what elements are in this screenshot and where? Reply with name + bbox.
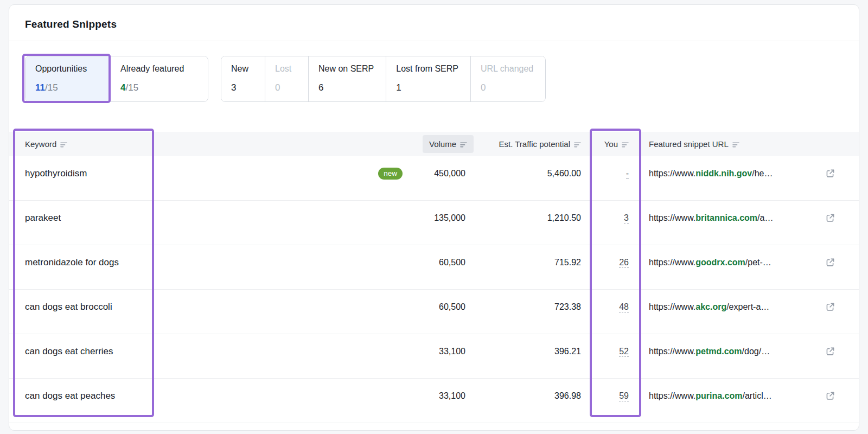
column-header-keyword[interactable]: Keyword	[25, 139, 350, 149]
you-position-link[interactable]: -	[626, 169, 629, 179]
you-cell: 48	[581, 302, 642, 322]
url-path: /pet-…	[745, 258, 771, 267]
table-row: can dogs eat cherries 33,100 396.21 52 h…	[9, 334, 859, 379]
url-cell: https://www.britannica.com/a…	[642, 213, 835, 233]
badge-cell	[350, 307, 405, 317]
card-header: Featured Snippets	[9, 5, 859, 41]
column-label: Volume	[429, 139, 456, 149]
filter-label: Lost from SERP	[396, 63, 458, 74]
tabs-and-filters-row: Opportunities 11/15 Already featured 4/1…	[25, 56, 859, 102]
external-link-icon[interactable]	[826, 391, 835, 400]
you-position-link[interactable]: 48	[619, 302, 629, 312]
tab-count-value: 11	[35, 82, 45, 93]
column-label: Keyword	[25, 139, 56, 149]
volume-value: 60,500	[405, 302, 465, 322]
tab-count: 11/15	[35, 82, 98, 93]
url-path: /articl…	[742, 391, 771, 400]
filter-count: 3	[231, 82, 253, 93]
snippets-table: Keyword Volume Est. Traffic potential Yo…	[9, 132, 859, 423]
traffic-potential-value: 723.38	[465, 302, 581, 322]
url-path: /a…	[757, 213, 773, 222]
url-cell: https://www.niddk.nih.gov/he…	[642, 169, 835, 188]
keyword-cell: can dogs eat cherries	[25, 346, 350, 367]
filter-label: URL changed	[481, 63, 533, 74]
featured-snippet-url-link[interactable]: https://www.purina.com/articl…	[649, 391, 772, 401]
featured-snippet-url-link[interactable]: https://www.akc.org/expert-a…	[649, 302, 769, 312]
tab-count: 4/15	[120, 82, 196, 93]
featured-snippet-url-link[interactable]: https://www.goodrx.com/pet-…	[649, 258, 771, 267]
volume-value: 450,000	[405, 169, 465, 188]
tab-count-denominator: /15	[45, 82, 58, 93]
column-label: Featured snippet URL	[649, 139, 729, 149]
filter-label: Lost	[275, 63, 296, 74]
url-domain: goodrx.com	[695, 258, 745, 267]
filter-count: 1	[396, 82, 458, 93]
column-header-you[interactable]: You	[581, 139, 642, 149]
table-row: can dogs eat peaches 33,100 396.98 59 ht…	[9, 379, 859, 423]
you-cell: 52	[581, 347, 642, 366]
you-position-link[interactable]: 3	[624, 213, 629, 224]
traffic-potential-value: 1,210.50	[465, 213, 581, 233]
featured-snippet-url-link[interactable]: https://www.petmd.com/dog/…	[649, 347, 770, 356]
column-header-traffic-potential[interactable]: Est. Traffic potential	[465, 139, 581, 149]
badge-cell	[350, 396, 405, 406]
filter-lost-from-serp[interactable]: Lost from SERP 1	[386, 56, 470, 101]
filter-label: New on SERP	[318, 63, 374, 74]
keyword-cell: metronidazole for dogs	[25, 257, 350, 278]
column-label: You	[604, 139, 618, 149]
url-prefix: https://www.	[649, 169, 695, 178]
volume-value: 135,000	[405, 213, 465, 233]
featured-snippet-url-link[interactable]: https://www.britannica.com/a…	[649, 213, 773, 223]
tab-opportunities[interactable]: Opportunities 11/15	[25, 56, 110, 101]
table-header-row: Keyword Volume Est. Traffic potential Yo…	[9, 132, 859, 156]
featured-snippet-url-link[interactable]: https://www.niddk.nih.gov/he…	[649, 169, 773, 178]
url-cell: https://www.goodrx.com/pet-…	[642, 258, 835, 277]
sort-icon	[60, 142, 67, 148]
external-link-icon[interactable]	[826, 302, 835, 311]
you-cell: 59	[581, 391, 642, 411]
tab-already-featured[interactable]: Already featured 4/15	[110, 56, 208, 101]
url-cell: https://www.petmd.com/dog/…	[642, 347, 835, 366]
url-path: /dog/…	[742, 347, 770, 356]
page-title: Featured Snippets	[25, 18, 843, 30]
filter-new[interactable]: New 3	[221, 56, 265, 101]
url-cell: https://www.akc.org/expert-a…	[642, 302, 835, 322]
url-prefix: https://www.	[649, 302, 695, 311]
url-prefix: https://www.	[649, 213, 695, 222]
url-prefix: https://www.	[649, 258, 695, 267]
url-cell: https://www.purina.com/articl…	[642, 391, 835, 411]
volume-value: 33,100	[405, 347, 465, 366]
filter-count: 6	[318, 82, 374, 93]
sort-icon	[622, 142, 629, 148]
external-link-icon[interactable]	[826, 213, 835, 222]
tab-label: Already featured	[120, 63, 196, 74]
you-position-link[interactable]: 26	[619, 258, 629, 268]
external-link-icon[interactable]	[826, 169, 835, 178]
filter-new-on-serp[interactable]: New on SERP 6	[308, 56, 386, 101]
external-link-icon[interactable]	[826, 258, 835, 267]
filter-lost: Lost 0	[265, 56, 308, 101]
new-badge: new	[378, 168, 403, 180]
filter-count: 0	[275, 82, 296, 93]
you-cell: -	[581, 169, 642, 188]
sort-icon	[574, 142, 581, 148]
column-header-featured-snippet-url[interactable]: Featured snippet URL	[642, 139, 835, 149]
snippet-tabs: Opportunities 11/15 Already featured 4/1…	[25, 56, 208, 102]
column-label: Est. Traffic potential	[499, 139, 570, 149]
table-row: hypothyroidism new 450,000 5,460.00 - ht…	[9, 156, 859, 201]
you-position-link[interactable]: 52	[619, 347, 629, 357]
url-path: /expert-a…	[726, 302, 769, 311]
url-domain: akc.org	[695, 302, 726, 311]
filter-label: New	[231, 63, 253, 74]
badge-cell	[350, 352, 405, 361]
external-link-icon[interactable]	[826, 347, 835, 356]
url-domain: purina.com	[695, 391, 742, 400]
url-domain: petmd.com	[695, 347, 742, 356]
traffic-potential-value: 5,460.00	[465, 169, 581, 188]
change-filters: New 3 Lost 0 New on SERP 6 Lost from SER…	[221, 56, 546, 102]
you-position-link[interactable]: 59	[619, 391, 629, 401]
keyword-cell: hypothyroidism	[25, 168, 350, 189]
filter-url-changed: URL changed 0	[470, 56, 545, 101]
filter-count: 0	[481, 82, 533, 93]
sort-icon	[732, 142, 739, 148]
